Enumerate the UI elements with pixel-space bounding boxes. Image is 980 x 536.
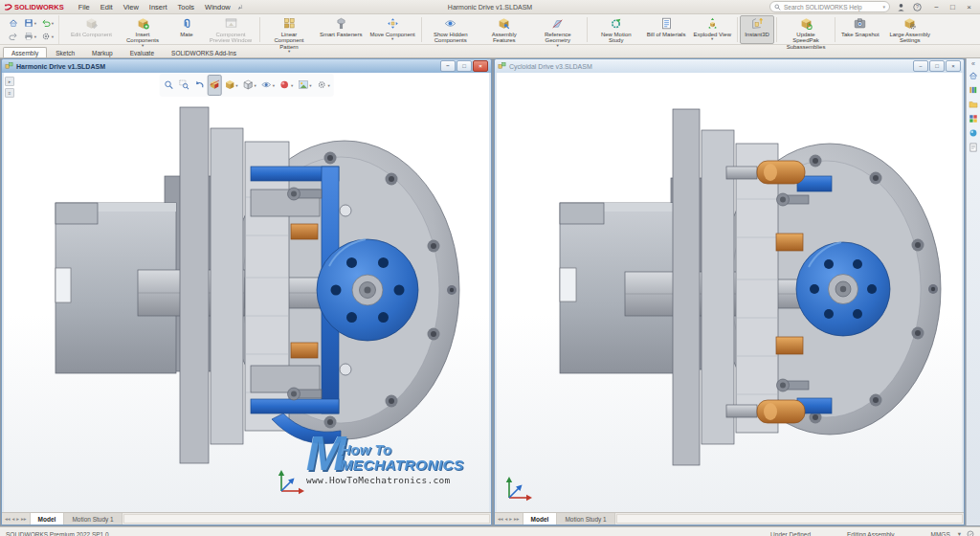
tab-first-button[interactable]: ◂◂ [498,516,503,522]
menu-window[interactable]: Window [200,2,235,12]
tab-solidworks-add-ins[interactable]: SOLIDWORKS Add-Ins [163,47,245,57]
qa-redo-button[interactable] [5,30,21,43]
linear-component-pattern-icon [283,17,296,32]
doc-titlebar-cycloidal[interactable]: Cycloidal Drive v3.SLDASM − □ × [495,59,964,73]
doc-tab-model[interactable]: Model [31,513,65,525]
tree-filter-icon[interactable]: ≡ [5,88,14,98]
ribbon-mate-button[interactable]: Mate [169,15,204,44]
task-pane-tabs [968,70,979,153]
taskpane-solidworks-resources-tab[interactable] [968,70,979,81]
tab-assembly[interactable]: Assembly [3,47,47,57]
doc-minimize-button[interactable]: − [440,60,456,72]
tab-next-button[interactable]: ▸ [509,516,512,522]
menu-insert[interactable]: Insert [145,2,172,12]
hud-display-style-button[interactable]: ▾ [240,75,257,96]
brand-text: SOLIDWORKS [14,3,64,11]
ribbon-smart-fasteners-button[interactable]: Smart Fasteners [316,15,366,44]
search-placeholder: Search SOLIDWORKS Help [784,4,862,11]
search-box[interactable]: Search SOLIDWORKS Help ▾ [769,1,890,12]
edit-component-icon [85,17,98,32]
doc-close-button[interactable]: × [946,60,961,72]
tab-scrollbar[interactable] [123,514,490,524]
tab-sketch[interactable]: Sketch [47,47,83,57]
cycloidal-drive-model[interactable] [497,82,962,512]
hud-previous-view-button[interactable] [191,75,206,96]
restore-button[interactable]: □ [946,2,960,12]
redo-icon [9,28,18,45]
close-button[interactable]: × [962,2,976,12]
ribbon-component-preview-window-button[interactable]: Component Preview Window [204,15,257,44]
doc-close-button[interactable]: × [473,60,488,72]
ribbon-take-snapshot-button[interactable]: Take Snapshot [837,15,883,44]
ribbon-move-component-button[interactable]: Move Component ▾ [366,15,418,44]
tab-prev-button[interactable]: ◂ [505,516,508,522]
ribbon-reference-geometry-button[interactable]: Reference Geometry ▾ [531,15,585,44]
ribbon-edit-component-button[interactable]: Edit Component [67,15,116,44]
take-snapshot-icon [854,17,866,32]
hud-zoom-fit-button[interactable] [161,75,175,96]
menu-file[interactable]: File [74,2,95,12]
hud-apply-scene-button[interactable]: ▾ [296,75,313,96]
tab-evaluate[interactable]: Evaluate [122,47,163,57]
unit-system-dropdown[interactable]: ▾ [958,530,961,536]
hud-hide-show-items-button[interactable]: ▾ [259,75,277,96]
doc-restore-button[interactable]: □ [929,60,945,72]
reference-geometry-icon [551,17,564,32]
ribbon-large-assembly-settings-button[interactable]: Large Assembly Settings [883,15,937,44]
taskpane-design-library-tab[interactable] [968,84,979,96]
ribbon-exploded-view-button[interactable]: Exploded View ▾ [689,15,735,44]
hud-view-orientation-button[interactable]: ▾ [222,75,239,96]
graphics-area-left[interactable]: ▸ ≡ ▾▾▾▾▾▾ [4,73,489,512]
ribbon-linear-component-pattern-button[interactable]: Linear Component Pattern ▾ [262,15,316,44]
ribbon-assembly-features-button[interactable]: Assembly Features [478,15,531,44]
pin-icon[interactable] [237,4,244,11]
status-options-icon[interactable] [967,530,974,536]
doc-restore-button[interactable]: □ [457,60,472,72]
instant3d-icon [751,17,764,32]
menu-tools[interactable]: Tools [173,2,200,12]
tree-expand-icon[interactable]: ▸ [5,77,14,86]
search-dropdown-caret[interactable]: ▾ [882,4,885,10]
ribbon-new-motion-study-button[interactable]: New Motion Study [590,15,643,44]
hud-section-view-button[interactable] [207,75,221,96]
ribbon-separator [776,17,777,42]
tab-markup[interactable]: Markup [83,47,122,57]
tab-last-button[interactable]: ▸▸ [21,516,27,522]
ribbon-update-speedpak-subassemblies-button[interactable]: Update SpeedPak Subassemblies [779,15,833,44]
tab-next-button[interactable]: ▸ [16,516,19,522]
ribbon-insert-components-button[interactable]: Insert Components ▾ [116,15,169,44]
graphics-area-right[interactable] [497,73,962,512]
hud-view-settings-button[interactable]: ▾ [315,75,332,96]
qa-print-button[interactable]: ▾ [22,30,38,43]
tab-prev-button[interactable]: ◂ [12,516,15,522]
status-bar: SOLIDWORKS Premium 2022 SP1.0 Under Defi… [0,526,980,536]
doc-tab-motion-study-1[interactable]: Motion Study 1 [557,513,614,525]
taskpane-file-explorer-tab[interactable] [968,99,979,110]
tab-last-button[interactable]: ▸▸ [514,516,520,522]
help-icon[interactable]: ? [911,1,923,12]
doc-titlebar-harmonic[interactable]: Harmonic Drive v1.SLDASM − □ × [2,59,491,73]
task-pane-collapse-icon[interactable]: « [971,60,975,67]
doc-minimize-button[interactable]: − [913,60,928,72]
quick-access-toolbar: ▾▾▾▾ [2,15,59,44]
qa-options-button[interactable]: ▾ [39,30,56,43]
orientation-triad [276,468,306,495]
mate-icon [181,17,193,32]
menu-view[interactable]: View [119,2,144,12]
tab-first-button[interactable]: ◂◂ [5,516,11,522]
watermark-line1: How To [341,442,464,457]
doc-tab-motion-study-1[interactable]: Motion Study 1 [64,513,122,525]
menu-edit[interactable]: Edit [96,2,118,12]
ribbon-show-hidden-components-button[interactable]: Show Hidden Components [424,15,478,44]
taskpane-appearances-scenes-tab[interactable] [968,127,979,139]
hud-zoom-area-button[interactable] [176,75,190,96]
ribbon-bill-of-materials-button[interactable]: Bill of Materials [643,15,690,44]
user-account-icon[interactable] [895,1,906,12]
hud-edit-appearance-button[interactable]: ▾ [278,75,295,96]
taskpane-custom-properties-tab[interactable] [968,142,979,153]
ribbon-instant3d-button[interactable]: Instant3D [740,15,774,44]
taskpane-view-palette-tab[interactable] [968,113,979,124]
doc-tab-model[interactable]: Model [523,513,558,525]
minimize-button[interactable]: − [929,2,944,12]
tab-scrollbar[interactable] [616,514,963,524]
